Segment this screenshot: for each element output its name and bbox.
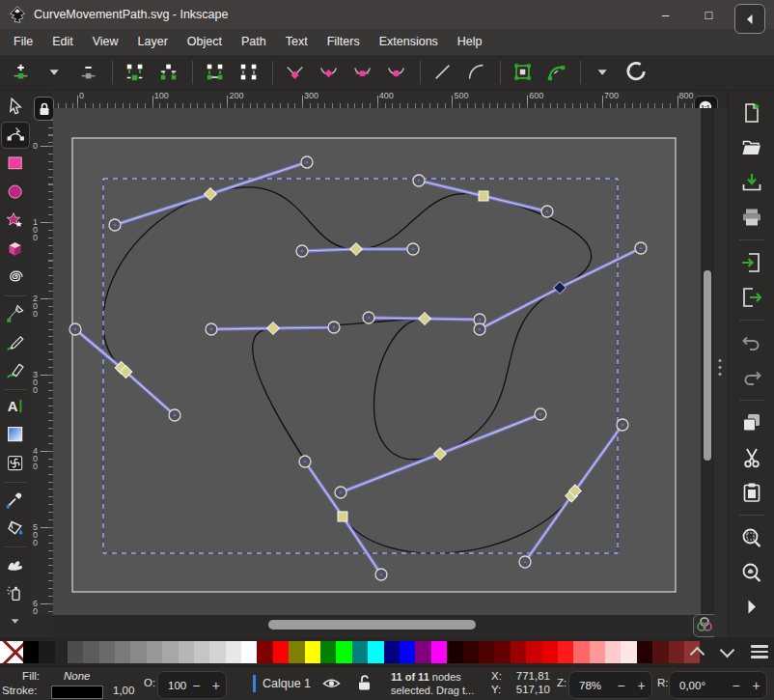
tool-tweak[interactable] bbox=[2, 552, 29, 576]
palette-swatch[interactable] bbox=[542, 641, 558, 663]
menu-filters[interactable]: Filters bbox=[318, 29, 370, 55]
menu-view[interactable]: View bbox=[83, 29, 128, 55]
palette-swatch[interactable] bbox=[400, 641, 415, 663]
zoom-selection-button[interactable] bbox=[737, 523, 766, 552]
tool-mesh[interactable] bbox=[2, 451, 29, 475]
palette-scroll-up-icon[interactable] bbox=[691, 645, 705, 658]
document-print-button[interactable] bbox=[737, 203, 766, 232]
rotation-plus-button[interactable]: + bbox=[746, 678, 766, 693]
tool-more-tools[interactable] bbox=[2, 609, 29, 633]
segment-curve-button[interactable] bbox=[463, 59, 490, 86]
canvas[interactable] bbox=[53, 108, 701, 615]
palette-swatch[interactable] bbox=[273, 641, 289, 663]
object-to-path-button[interactable] bbox=[510, 59, 537, 86]
horizontal-ruler[interactable]: 0100200300400500600700800 bbox=[53, 91, 695, 109]
palette-swatch[interactable] bbox=[558, 641, 573, 663]
menu-object[interactable]: Object bbox=[178, 29, 232, 55]
palette-swatch[interactable] bbox=[289, 641, 304, 663]
node-smooth-button[interactable] bbox=[316, 59, 343, 86]
palette-swatch[interactable] bbox=[179, 641, 194, 663]
menu-extensions[interactable]: Extensions bbox=[370, 29, 448, 55]
fill-value[interactable]: None bbox=[64, 670, 91, 682]
tool-selector[interactable] bbox=[2, 95, 29, 119]
palette-swatch[interactable] bbox=[209, 641, 225, 663]
cut-button[interactable] bbox=[737, 443, 766, 472]
tool-spiral[interactable] bbox=[2, 266, 29, 290]
palette-swatch[interactable] bbox=[621, 641, 636, 663]
node-corner-button[interactable] bbox=[282, 59, 309, 86]
tool-node[interactable] bbox=[2, 123, 29, 147]
menu-help[interactable]: Help bbox=[448, 29, 492, 55]
palette-swatch[interactable] bbox=[447, 641, 462, 663]
toolbar-overflow-dropdown-button[interactable] bbox=[590, 59, 617, 86]
menu-edit[interactable]: Edit bbox=[42, 29, 83, 55]
palette-swatch[interactable] bbox=[99, 641, 115, 663]
delete-segment-button[interactable] bbox=[235, 59, 263, 86]
palette-swatch[interactable] bbox=[463, 641, 479, 663]
zoom-value[interactable]: 78% bbox=[569, 680, 611, 691]
node-symmetric-button[interactable] bbox=[349, 59, 376, 86]
palette-swatch[interactable] bbox=[39, 641, 54, 663]
palette-swatch[interactable] bbox=[336, 641, 351, 663]
redo-button[interactable] bbox=[737, 363, 766, 392]
collapse-panel-button[interactable] bbox=[734, 4, 765, 34]
palette-swatch[interactable] bbox=[23, 641, 39, 663]
vertical-ruler[interactable]: 01 0 02 0 03 0 04 0 05 0 06 0 0 bbox=[31, 108, 54, 615]
expand-right-button[interactable] bbox=[737, 593, 766, 622]
paste-button[interactable] bbox=[737, 478, 766, 507]
opacity-plus-button[interactable]: + bbox=[207, 678, 226, 693]
delete-node-button[interactable] bbox=[75, 59, 102, 86]
zoom-drawing-button[interactable] bbox=[737, 558, 766, 587]
palette-scroll-down-icon[interactable] bbox=[721, 645, 734, 658]
export-button[interactable] bbox=[737, 283, 766, 312]
folder-open-button[interactable] bbox=[737, 133, 766, 162]
palette-swatch[interactable] bbox=[352, 641, 368, 663]
rotation-spinner[interactable]: 0,00° − + bbox=[669, 671, 767, 699]
break-nodes-button[interactable] bbox=[155, 59, 182, 86]
palette-swatch[interactable] bbox=[652, 641, 668, 663]
import-button[interactable] bbox=[737, 248, 766, 277]
copy-button[interactable] bbox=[737, 408, 766, 437]
stroke-color-swatch[interactable] bbox=[51, 686, 103, 699]
palette-swatch[interactable] bbox=[241, 641, 257, 663]
palette-swatch[interactable] bbox=[431, 641, 447, 663]
palette-swatch[interactable] bbox=[257, 641, 272, 663]
dock-handle-icon[interactable]: ••• bbox=[718, 357, 723, 378]
palette-swatch[interactable] bbox=[194, 641, 209, 663]
rotation-minus-button[interactable]: − bbox=[726, 678, 746, 693]
tool-paint-bucket[interactable] bbox=[2, 516, 29, 540]
rotation-value[interactable]: 0,00° bbox=[670, 680, 726, 691]
palette-swatch[interactable] bbox=[573, 641, 589, 663]
tool-text[interactable]: A bbox=[2, 395, 29, 419]
stroke-width-value[interactable]: 1,00 bbox=[113, 685, 134, 696]
palette-swatch[interactable] bbox=[637, 641, 652, 663]
zoom-minus-button[interactable]: − bbox=[611, 678, 631, 693]
tool-star[interactable] bbox=[2, 209, 29, 233]
palette-swatch[interactable] bbox=[415, 641, 430, 663]
tool-ellipse[interactable] bbox=[2, 180, 29, 204]
palette-swatch[interactable] bbox=[130, 641, 146, 663]
palette-swatch[interactable] bbox=[368, 641, 383, 663]
vertical-scrollbar[interactable] bbox=[701, 108, 714, 615]
zoom-plus-button[interactable]: + bbox=[631, 678, 651, 693]
palette-swatch[interactable] bbox=[590, 641, 605, 663]
layer-visibility-eye-icon[interactable] bbox=[322, 675, 341, 691]
palette-swatch[interactable] bbox=[526, 641, 541, 663]
palette-swatch[interactable] bbox=[669, 641, 684, 663]
join-nodes-button[interactable] bbox=[122, 59, 149, 86]
palette-swatch[interactable] bbox=[83, 641, 98, 663]
tool-gradient[interactable] bbox=[2, 423, 29, 447]
node-auto-button[interactable] bbox=[383, 59, 410, 86]
palette-swatch[interactable] bbox=[226, 641, 241, 663]
zoom-spinner[interactable]: 78% − + bbox=[568, 671, 652, 699]
menu-layer[interactable]: Layer bbox=[128, 29, 178, 55]
minimize-button[interactable]: – bbox=[644, 0, 687, 29]
stroke-to-path-button[interactable] bbox=[543, 59, 570, 86]
palette-swatch[interactable] bbox=[511, 641, 526, 663]
palette-swatch[interactable] bbox=[305, 641, 320, 663]
palette-swatch-none[interactable] bbox=[0, 641, 23, 663]
insert-node-dropdown-button[interactable] bbox=[41, 59, 69, 86]
tool-box-3d[interactable] bbox=[2, 237, 29, 261]
tool-spray[interactable] bbox=[2, 580, 29, 604]
tool-pen[interactable] bbox=[2, 301, 29, 325]
